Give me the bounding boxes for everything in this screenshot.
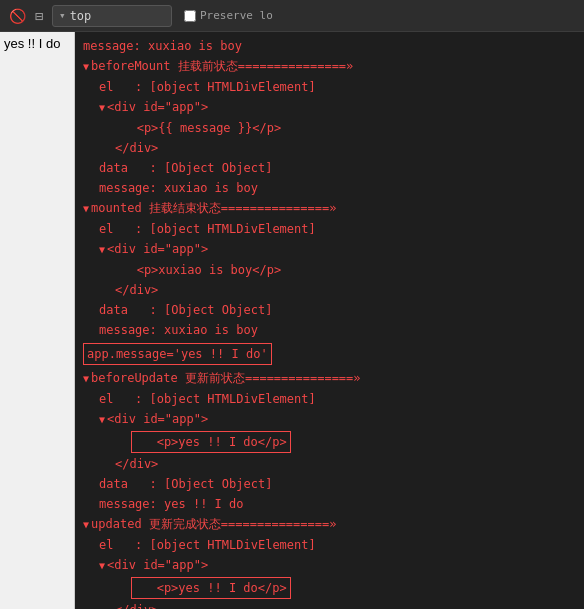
devtools-toolbar: 🚫 ⊟ ▾ Preserve lo bbox=[0, 0, 584, 32]
list-item: message: yes !! I do bbox=[83, 494, 584, 514]
console-text: data : [Object Object] bbox=[99, 159, 272, 177]
console-text: <div id="app"> bbox=[107, 556, 208, 574]
console-text: </div> bbox=[115, 455, 158, 473]
console-text: </div> bbox=[115, 139, 158, 157]
list-item: beforeMount 挂载前状态===============» bbox=[83, 56, 584, 77]
console-text: <div id="app"> bbox=[107, 410, 208, 428]
console-text: <div id="app"> bbox=[107, 98, 208, 116]
list-item: data : [Object Object] bbox=[83, 474, 584, 494]
expand-icon[interactable] bbox=[83, 369, 89, 388]
list-item: </div> bbox=[83, 138, 584, 158]
list-item: <p>yes !! I do</p> bbox=[83, 576, 584, 600]
console-text: data : [Object Object] bbox=[99, 475, 272, 493]
list-item: <p>xuxiao is boy</p> bbox=[83, 260, 584, 280]
expand-icon[interactable] bbox=[99, 240, 105, 259]
list-item: </div> bbox=[83, 600, 584, 609]
list-item: el : [object HTMLDivElement] bbox=[83, 219, 584, 239]
preserve-log-group: Preserve lo bbox=[184, 9, 273, 22]
app-message-boxed: app.message='yes !! I do' bbox=[83, 343, 272, 365]
filter-input[interactable] bbox=[70, 9, 150, 23]
list-item: </div> bbox=[83, 280, 584, 300]
expand-icon[interactable] bbox=[99, 98, 105, 117]
list-item: updated 更新完成状态===============» bbox=[83, 514, 584, 535]
preserve-log-checkbox[interactable] bbox=[184, 10, 196, 22]
console-text: beforeUpdate 更新前状态===============» bbox=[91, 369, 361, 387]
console-text: <p>{{ message }}</p> bbox=[115, 119, 281, 137]
console-text: updated 更新完成状态===============» bbox=[91, 515, 336, 533]
expand-icon[interactable] bbox=[83, 515, 89, 534]
toolbar-left: 🚫 ⊟ ▾ Preserve lo bbox=[8, 5, 273, 27]
list-item: data : [Object Object] bbox=[83, 158, 584, 178]
expand-icon[interactable] bbox=[99, 556, 105, 575]
app-output-text: yes !! I do bbox=[4, 36, 60, 51]
list-item: mounted 挂载结束状态===============» bbox=[83, 198, 584, 219]
console-text: message: yes !! I do bbox=[99, 495, 244, 513]
console-text: el : [object HTMLDivElement] bbox=[99, 390, 316, 408]
list-item: message: xuxiao is boy bbox=[83, 36, 584, 56]
console-text: <div id="app"> bbox=[107, 240, 208, 258]
console-text: mounted 挂载结束状态===============» bbox=[91, 199, 336, 217]
expand-icon[interactable] bbox=[83, 57, 89, 76]
list-item: message: xuxiao is boy bbox=[83, 320, 584, 340]
list-item: beforeUpdate 更新前状态===============» bbox=[83, 368, 584, 389]
console-text: </div> bbox=[115, 601, 158, 609]
clear-console-button[interactable]: 🚫 bbox=[8, 7, 26, 25]
list-item: </div> bbox=[83, 454, 584, 474]
expand-icon[interactable] bbox=[83, 199, 89, 218]
list-item: <div id="app"> bbox=[83, 409, 584, 430]
p-yes-boxed: <p>yes !! I do</p> bbox=[131, 431, 291, 453]
list-item: el : [object HTMLDivElement] bbox=[83, 77, 584, 97]
list-item: message: xuxiao is boy bbox=[83, 178, 584, 198]
filter-input-box[interactable]: ▾ bbox=[52, 5, 172, 27]
filter-icon: ▾ bbox=[59, 9, 66, 22]
list-item: <div id="app"> bbox=[83, 555, 584, 576]
console-text: message: xuxiao is boy bbox=[99, 321, 258, 339]
preserve-log-label: Preserve lo bbox=[200, 9, 273, 22]
list-item: data : [Object Object] bbox=[83, 300, 584, 320]
console-text: beforeMount 挂载前状态===============» bbox=[91, 57, 353, 75]
app-message-set-line: app.message='yes !! I do' bbox=[83, 342, 584, 366]
list-item: <div id="app"> bbox=[83, 97, 584, 118]
list-item: el : [object HTMLDivElement] bbox=[83, 535, 584, 555]
console-text: el : [object HTMLDivElement] bbox=[99, 536, 316, 554]
expand-icon[interactable] bbox=[99, 410, 105, 429]
console-text: el : [object HTMLDivElement] bbox=[99, 220, 316, 238]
console-text: el : [object HTMLDivElement] bbox=[99, 78, 316, 96]
list-item: <div id="app"> bbox=[83, 239, 584, 260]
list-item: el : [object HTMLDivElement] bbox=[83, 389, 584, 409]
console-text: data : [Object Object] bbox=[99, 301, 272, 319]
console-text: <p>xuxiao is boy</p> bbox=[115, 261, 281, 279]
list-item: <p>{{ message }}</p> bbox=[83, 118, 584, 138]
console-text: </div> bbox=[115, 281, 158, 299]
filter-toggle-button[interactable]: ⊟ bbox=[30, 7, 48, 25]
p-yes-updated-boxed: <p>yes !! I do</p> bbox=[131, 577, 291, 599]
console-output: message: xuxiao is boy beforeMount 挂载前状态… bbox=[75, 32, 584, 609]
console-text: message: xuxiao is boy bbox=[83, 37, 242, 55]
console-text: message: xuxiao is boy bbox=[99, 179, 258, 197]
list-item: <p>yes !! I do</p> bbox=[83, 430, 584, 454]
